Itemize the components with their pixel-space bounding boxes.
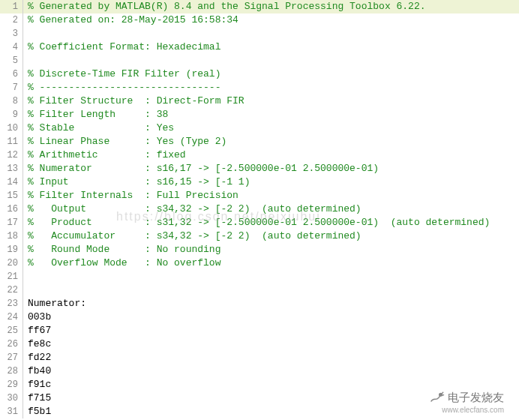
code-text: % Filter Internals : Full Precision	[28, 189, 519, 202]
code-line[interactable]: 2% Generated on: 28-May-2015 16:58:34	[0, 14, 519, 27]
code-line[interactable]: 29f91c	[0, 378, 519, 392]
gutter-ruler	[22, 202, 23, 216]
gutter-ruler	[22, 297, 23, 310]
gutter-ruler	[22, 14, 23, 27]
line-number: 23	[0, 297, 22, 310]
code-line[interactable]: 16% Output : s34,32 -> [-2 2) (auto dete…	[0, 202, 519, 216]
code-text: f715	[28, 392, 519, 405]
code-text: % Generated on: 28-May-2015 16:58:34	[28, 14, 519, 27]
code-line[interactable]: 14% Input : s16,15 -> [-1 1)	[0, 176, 519, 189]
code-text: % Output : s34,32 -> [-2 2) (auto determ…	[28, 202, 519, 216]
code-line[interactable]: 12% Arithmetic : fixed	[0, 148, 519, 162]
code-line[interactable]: 15% Filter Internals : Full Precision	[0, 189, 519, 202]
line-number: 2	[0, 14, 22, 27]
line-number: 30	[0, 392, 22, 405]
code-line[interactable]: 8% Filter Structure : Direct-Form FIR	[0, 94, 519, 108]
code-line[interactable]: 13% Numerator : s16,17 -> [-2.500000e-01…	[0, 162, 519, 176]
line-number: 27	[0, 351, 22, 364]
code-line[interactable]: 28fb40	[0, 364, 519, 378]
gutter-ruler	[22, 162, 23, 176]
gutter-ruler	[22, 351, 23, 364]
gutter-ruler	[22, 189, 23, 202]
gutter-ruler	[22, 338, 23, 351]
code-line[interactable]: 3	[0, 27, 519, 40]
gutter-ruler	[22, 27, 23, 40]
code-line[interactable]: 27fd22	[0, 351, 519, 364]
code-line[interactable]: 31f5b1	[0, 405, 519, 418]
line-number: 21	[0, 270, 22, 284]
line-number: 11	[0, 135, 22, 148]
code-text: fd22	[28, 351, 519, 364]
line-number: 12	[0, 148, 22, 162]
code-line[interactable]: 23Numerator:	[0, 297, 519, 310]
gutter-ruler	[22, 405, 23, 418]
code-line[interactable]: 24003b	[0, 310, 519, 324]
line-number: 22	[0, 284, 22, 297]
gutter-ruler	[22, 0, 23, 14]
code-text: % Overflow Mode : No overflow	[28, 256, 519, 270]
code-text: % Filter Length : 38	[28, 108, 519, 122]
code-editor[interactable]: 1% Generated by MATLAB(R) 8.4 and the Si…	[0, 0, 519, 420]
gutter-ruler	[22, 270, 23, 284]
code-line[interactable]: 21	[0, 270, 519, 284]
code-text: % Product : s31,32 -> [-2.500000e-01 2.5…	[28, 216, 519, 230]
code-line[interactable]: 17% Product : s31,32 -> [-2.500000e-01 2…	[0, 216, 519, 230]
line-number: 3	[0, 27, 22, 40]
line-number: 8	[0, 94, 22, 108]
code-text: % Round Mode : No rounding	[28, 243, 519, 256]
code-text: % Numerator : s16,17 -> [-2.500000e-01 2…	[28, 162, 519, 176]
line-number: 15	[0, 189, 22, 202]
code-text: % Filter Structure : Direct-Form FIR	[28, 94, 519, 108]
gutter-ruler	[22, 216, 23, 230]
code-line[interactable]: 10% Stable : Yes	[0, 122, 519, 135]
line-number: 20	[0, 256, 22, 270]
line-number: 1	[0, 0, 22, 14]
code-line[interactable]: 1% Generated by MATLAB(R) 8.4 and the Si…	[0, 0, 519, 14]
gutter-ruler	[22, 230, 23, 243]
gutter-ruler	[22, 135, 23, 148]
line-number: 10	[0, 122, 22, 135]
code-line[interactable]: 30f715	[0, 392, 519, 405]
line-number: 24	[0, 310, 22, 324]
code-line[interactable]: 9% Filter Length : 38	[0, 108, 519, 122]
code-text: % Coefficient Format: Hexadecimal	[28, 40, 519, 54]
gutter-ruler	[22, 108, 23, 122]
gutter-ruler	[22, 378, 23, 392]
code-line[interactable]: 26fe8c	[0, 338, 519, 351]
code-line[interactable]: 20% Overflow Mode : No overflow	[0, 256, 519, 270]
code-text: fb40	[28, 364, 519, 378]
gutter-ruler	[22, 54, 23, 68]
code-text: f5b1	[28, 405, 519, 418]
code-line[interactable]: 6% Discrete-Time FIR Filter (real)	[0, 68, 519, 81]
code-line[interactable]: 25ff67	[0, 324, 519, 338]
code-line[interactable]: 19% Round Mode : No rounding	[0, 243, 519, 256]
code-text: % Stable : Yes	[28, 122, 519, 135]
line-number: 26	[0, 338, 22, 351]
line-number: 31	[0, 405, 22, 418]
code-line[interactable]: 7% -------------------------------	[0, 81, 519, 94]
line-number: 18	[0, 230, 22, 243]
code-text: % -------------------------------	[28, 81, 519, 94]
code-line[interactable]: 18% Accumulator : s34,32 -> [-2 2) (auto…	[0, 230, 519, 243]
gutter-ruler	[22, 310, 23, 324]
line-number: 29	[0, 378, 22, 392]
code-text: % Input : s16,15 -> [-1 1)	[28, 176, 519, 189]
code-text: Numerator:	[28, 297, 519, 310]
code-text: f91c	[28, 378, 519, 392]
gutter-ruler	[22, 364, 23, 378]
code-text: % Generated by MATLAB(R) 8.4 and the Sig…	[28, 0, 519, 14]
code-text: % Arithmetic : fixed	[28, 148, 519, 162]
line-number: 19	[0, 243, 22, 256]
line-number: 6	[0, 68, 22, 81]
code-text: % Discrete-Time FIR Filter (real)	[28, 68, 519, 81]
gutter-ruler	[22, 122, 23, 135]
code-line[interactable]: 4% Coefficient Format: Hexadecimal	[0, 40, 519, 54]
line-number: 14	[0, 176, 22, 189]
code-line[interactable]: 5	[0, 54, 519, 68]
gutter-ruler	[22, 94, 23, 108]
gutter-ruler	[22, 68, 23, 81]
code-line[interactable]: 22	[0, 284, 519, 297]
code-text: % Linear Phase : Yes (Type 2)	[28, 135, 519, 148]
gutter-ruler	[22, 256, 23, 270]
code-line[interactable]: 11% Linear Phase : Yes (Type 2)	[0, 135, 519, 148]
